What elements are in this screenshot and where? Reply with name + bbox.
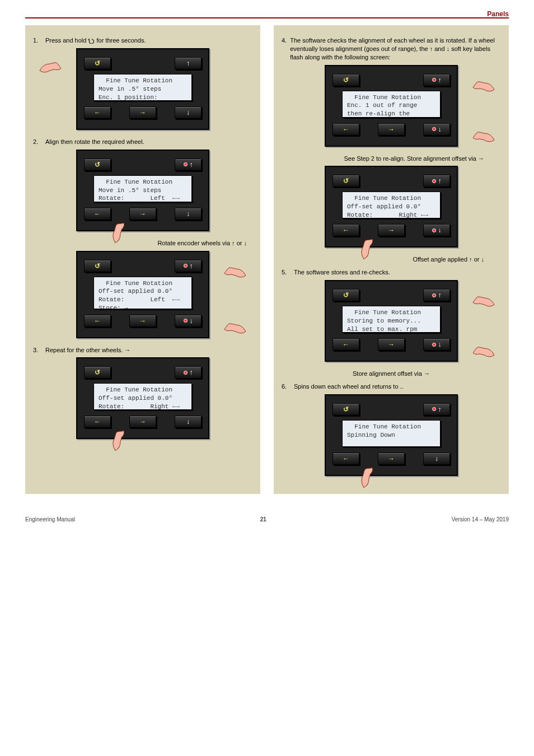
right-button[interactable]: → [129,106,156,119]
up-icon: ↑ [438,406,442,413]
caption-rotate: Rotate encoder wheels via ↑ or ↓ [33,239,252,248]
left-button[interactable]: ← [84,416,111,428]
step-5-text: 5. The software stores and re-checks. [282,268,501,277]
down-button[interactable]: ↓ [423,452,450,465]
back-button[interactable]: ↺ [332,74,359,86]
hand-icon [471,343,496,363]
right-icon: → [139,109,146,116]
right-button[interactable]: → [129,315,156,327]
lcd-display-3: Fine Tune Rotation Off-set applied 0.0° … [93,277,192,309]
up-button[interactable]: ↑ [423,403,450,416]
right-icon: → [388,341,395,348]
down-button[interactable]: ↓ [423,123,450,136]
up-icon: ↑ [190,161,193,168]
left-icon: ← [343,126,349,133]
left-icon: ← [94,211,101,217]
right-icon: → [139,211,146,217]
right-icon: → [388,126,395,133]
left-column: 1. Press and hold for three seconds. ↺ ↑… [25,25,260,494]
left-icon: ← [343,227,349,234]
led-icon [184,264,188,268]
led-icon [184,371,188,375]
back-button[interactable]: ↺ [84,366,111,379]
right-button[interactable]: → [129,416,156,428]
caption-store-b: Store alignment offset via → [282,370,501,378]
back-button[interactable]: ↺ [84,260,111,272]
right-button[interactable]: → [378,123,405,136]
back-icon: ↺ [343,77,349,83]
back-icon: ↺ [343,406,349,413]
right-button[interactable]: → [378,452,405,465]
down-button[interactable]: ↓ [175,315,202,327]
down-button[interactable]: ↓ [175,416,202,428]
down-icon: ↓ [438,227,442,234]
left-button[interactable]: ← [332,338,359,351]
led-icon [432,293,436,297]
up-icon: ↑ [438,292,442,298]
down-button[interactable]: ↓ [423,338,450,351]
back-button[interactable]: ↺ [84,158,111,171]
left-icon: ← [94,418,101,425]
step-6-text: 6.Spins down each wheel and returns to .… [282,382,501,391]
step-3-text: 3. Repeat for the other wheels. → [33,346,252,354]
hand-icon [222,319,248,339]
step-1-text: 1. Press and hold for three seconds. [33,36,252,45]
led-icon [184,162,188,166]
lcd-display-8: Fine Tune Rotation Spinning Down [342,420,441,447]
lcd-display-2: Fine Tune Rotation Move in .5° steps Rot… [93,175,192,202]
left-button[interactable]: ← [332,452,359,465]
page-number: 21 [260,516,266,522]
right-button[interactable]: → [129,208,156,220]
right-button[interactable]: → [378,338,405,351]
down-button[interactable]: ↓ [423,224,450,236]
back-icon: ↺ [95,369,100,376]
hand-icon [471,77,496,97]
console-panel-3: ↺ ↑ Fine Tune Rotation Off-set applied 0… [76,251,209,338]
down-icon: ↓ [186,211,190,217]
up-button[interactable]: ↑ [175,57,202,69]
down-icon: ↓ [186,418,190,425]
hand-icon [38,58,63,78]
back-icon: ↺ [343,292,349,298]
up-button[interactable]: ↑ [175,366,202,379]
back-button[interactable]: ↺ [332,403,359,416]
up-button[interactable]: ↑ [423,74,450,86]
hand-icon [471,128,496,148]
hand-icon [471,292,496,312]
up-icon: ↑ [438,178,442,184]
footer-left: Engineering Manual [25,516,75,522]
left-button[interactable]: ← [84,106,111,119]
left-button[interactable]: ← [332,224,359,236]
down-button[interactable]: ↓ [175,106,202,119]
right-icon: → [388,227,395,234]
down-button[interactable]: ↓ [175,208,202,220]
left-button[interactable]: ← [84,315,111,327]
step-4-text: 4. The software checks the alignment of … [282,36,501,62]
led-icon [432,179,436,183]
up-button[interactable]: ↑ [423,289,450,301]
left-button[interactable]: ← [84,208,111,220]
back-button[interactable]: ↺ [332,289,359,301]
up-button[interactable]: ↑ [175,260,202,272]
right-button[interactable]: → [378,224,405,236]
back-button[interactable]: ↺ [332,175,359,187]
console-panel-6: ↺ ↑ Fine Tune Rotation Off-set applied 0… [325,166,458,248]
up-icon: ↑ [190,263,193,269]
lcd-display-4: Fine Tune Rotation Off-set applied 0.0° … [93,383,192,410]
led-icon [184,319,188,323]
up-button[interactable]: ↑ [423,175,450,187]
down-icon: ↓ [438,126,442,133]
lcd-display-5: Fine Tune Rotation Enc. 1 out of range t… [342,91,441,118]
down-icon: ↓ [438,341,442,348]
left-icon: ← [343,341,349,348]
console-panel-2: ↺ ↑ Fine Tune Rotation Move in .5° steps… [76,150,209,231]
back-button[interactable]: ↺ [84,57,111,69]
console-panel-5: ↺ ↑ Fine Tune Rotation Enc. 1 out of ran… [325,65,458,147]
back-icon: ↺ [95,263,100,269]
down-icon: ↓ [186,109,190,116]
right-icon: → [388,455,395,462]
left-icon: ← [94,109,101,116]
up-button[interactable]: ↑ [175,158,202,171]
led-icon [432,407,436,411]
left-button[interactable]: ← [332,123,359,136]
